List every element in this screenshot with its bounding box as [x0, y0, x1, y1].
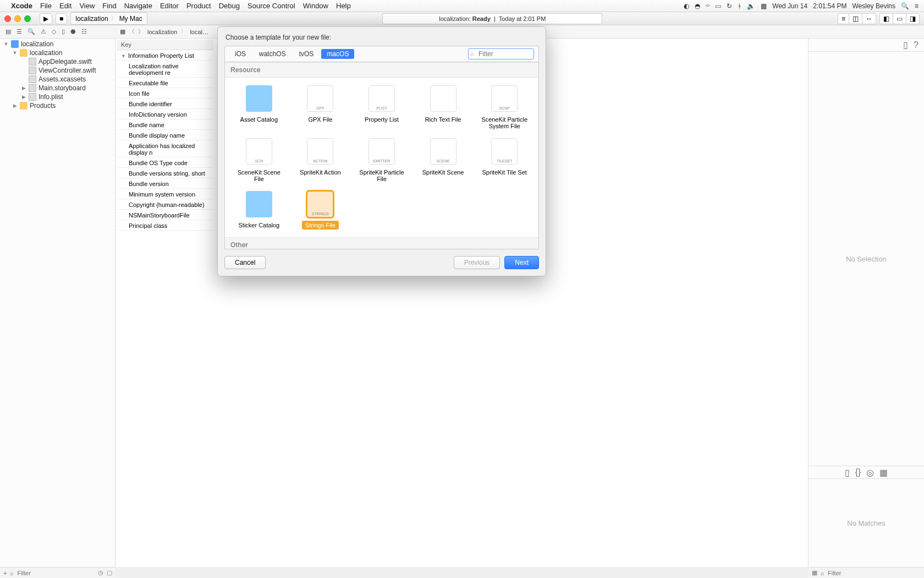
crumb-0[interactable]: localization: [147, 29, 177, 35]
template-tile[interactable]: SCNSceneKit Scene File: [228, 136, 290, 186]
library-code-icon[interactable]: {}: [855, 467, 861, 477]
input-icon[interactable]: ▦: [761, 2, 767, 10]
library-media-icon[interactable]: ▦: [879, 467, 888, 478]
wifi-icon[interactable]: ⌔: [706, 2, 710, 10]
template-tile[interactable]: Rich Text File: [413, 83, 474, 133]
menu-window[interactable]: Window: [303, 2, 328, 10]
plist-row[interactable]: Bundle display name: [117, 131, 213, 140]
plist-row[interactable]: Application has localized display n: [117, 141, 213, 157]
menu-source-control[interactable]: Source Control: [248, 2, 295, 10]
plist-row[interactable]: InfoDictionary version: [117, 110, 213, 119]
sidebar-item[interactable]: ▶Info.plist: [0, 92, 115, 101]
previous-button[interactable]: Previous: [454, 256, 501, 269]
status-icon[interactable]: ◐: [684, 2, 689, 10]
menu-editor[interactable]: Editor: [160, 2, 179, 10]
find-nav-icon[interactable]: 🔍: [28, 28, 35, 35]
scheme-selector[interactable]: localization 〉 My Mac: [70, 12, 147, 25]
plist-row[interactable]: Bundle name: [117, 121, 213, 130]
sidebar-item[interactable]: ▼localization: [0, 48, 115, 57]
back-button[interactable]: 〈: [129, 28, 135, 36]
symbol-nav-icon[interactable]: ☰: [16, 28, 22, 35]
spotlight-icon[interactable]: 🔍: [901, 2, 909, 10]
library-file-icon[interactable]: ▯: [845, 467, 850, 478]
sidebar-item[interactable]: ▶Products: [0, 101, 115, 110]
test-nav-icon[interactable]: ◇: [52, 28, 56, 35]
volume-icon[interactable]: 🔈: [747, 2, 755, 10]
recent-icon[interactable]: ◷: [98, 569, 103, 576]
sidebar-item[interactable]: Assets.xcassets: [0, 75, 115, 84]
next-button[interactable]: Next: [504, 256, 539, 269]
zoom-window-button[interactable]: [24, 15, 31, 22]
template-tile[interactable]: PLISTProperty List: [351, 83, 413, 133]
navigator-filter-input[interactable]: [17, 570, 95, 576]
sidebar-item[interactable]: ▼localization: [0, 40, 115, 48]
sidebar-item[interactable]: AppDelegate.swift: [0, 57, 115, 66]
template-tile[interactable]: SCNPSceneKit Particle System File: [474, 83, 535, 133]
plist-row[interactable]: Principal class: [117, 221, 213, 231]
platform-tab-macos[interactable]: macOS: [321, 49, 354, 59]
menu-file[interactable]: File: [40, 2, 52, 10]
template-tile[interactable]: GPXGPX File: [290, 83, 351, 133]
menu-edit[interactable]: Edit: [59, 2, 72, 10]
sidebar-item[interactable]: ▶Main.storyboard: [0, 84, 115, 92]
menu-navigate[interactable]: Navigate: [124, 2, 152, 10]
library-filter-input[interactable]: [828, 570, 921, 576]
menu-view[interactable]: View: [79, 2, 95, 10]
template-tile[interactable]: TILESETSpriteKit Tile Set: [474, 136, 535, 186]
template-filter-input[interactable]: [468, 48, 534, 59]
template-tile[interactable]: ACTIONSpriteKit Action: [290, 136, 351, 186]
project-nav-icon[interactable]: ▤: [6, 28, 11, 35]
plist-row[interactable]: Localization native development re: [117, 62, 213, 78]
list-icon[interactable]: ≡: [915, 2, 919, 10]
minimize-window-button[interactable]: [14, 15, 21, 22]
platform-tab-ios[interactable]: iOS: [229, 49, 251, 59]
menu-product[interactable]: Product: [186, 2, 211, 10]
forward-button[interactable]: 〉: [138, 28, 144, 36]
menu-debug[interactable]: Debug: [219, 2, 240, 10]
editor-mode-segmented[interactable]: ≡◫↔: [838, 13, 876, 24]
plist-row[interactable]: Minimum system version: [117, 190, 213, 199]
plist-row[interactable]: Executable file: [117, 79, 213, 88]
debug-nav-icon[interactable]: ▯: [62, 28, 65, 35]
menubar-time[interactable]: 2:01:54 PM: [813, 2, 846, 10]
template-tile[interactable]: Asset Catalog: [228, 83, 290, 133]
plist-row[interactable]: Bundle versions string, short: [117, 169, 213, 178]
plist-root[interactable]: Information Property List: [128, 52, 194, 59]
screens-icon[interactable]: ▭: [715, 2, 721, 10]
template-tile[interactable]: STRINGSStrings File: [290, 189, 351, 232]
platform-tab-watchos[interactable]: watchOS: [254, 49, 292, 59]
breakpoint-nav-icon[interactable]: ⬣: [70, 28, 76, 35]
related-items-icon[interactable]: ▦: [120, 28, 125, 35]
library-object-icon[interactable]: ◎: [866, 467, 874, 478]
plist-row[interactable]: NSMainStoryboardFile: [117, 211, 213, 220]
platform-tab-tvos[interactable]: tvOS: [294, 49, 320, 59]
menubar-date[interactable]: Wed Jun 14: [772, 2, 807, 10]
grid-icon[interactable]: ▦: [812, 569, 817, 576]
plist-row[interactable]: Bundle version: [117, 179, 213, 189]
plist-row[interactable]: Copyright (human-readable): [117, 200, 213, 210]
menu-help[interactable]: Help: [336, 2, 351, 10]
app-name[interactable]: Xcode: [11, 2, 32, 10]
file-inspector-icon[interactable]: ▯: [903, 40, 908, 50]
menu-find[interactable]: Find: [102, 2, 116, 10]
plist-row[interactable]: Icon file: [117, 89, 213, 99]
status-icon[interactable]: ◓: [695, 2, 700, 10]
panel-toggle-segmented[interactable]: ◧▭◨: [879, 13, 920, 24]
plist-row[interactable]: Bundle identifier: [117, 100, 213, 109]
bluetooth-icon[interactable]: ᚼ: [738, 2, 741, 10]
issue-nav-icon[interactable]: ⚠: [41, 28, 46, 35]
scm-icon[interactable]: ▢: [107, 569, 112, 576]
plist-row[interactable]: Bundle OS Type code: [117, 159, 213, 168]
crumb-1[interactable]: local…: [190, 29, 208, 35]
add-button[interactable]: +: [3, 570, 7, 576]
stop-button[interactable]: ■: [56, 13, 67, 24]
template-tile[interactable]: SCENESpriteKit Scene: [413, 136, 474, 186]
report-nav-icon[interactable]: ☷: [81, 28, 87, 35]
sidebar-item[interactable]: ViewController.swift: [0, 66, 115, 75]
cancel-button[interactable]: Cancel: [224, 256, 266, 269]
editor-jump-bar[interactable]: ▦ 〈 〉 localization 〉 local…: [116, 28, 208, 36]
close-window-button[interactable]: [4, 15, 11, 22]
template-tile[interactable]: Sticker Catalog: [228, 189, 290, 232]
timemachine-icon[interactable]: ↻: [727, 2, 732, 10]
run-button[interactable]: ▶: [40, 13, 52, 24]
